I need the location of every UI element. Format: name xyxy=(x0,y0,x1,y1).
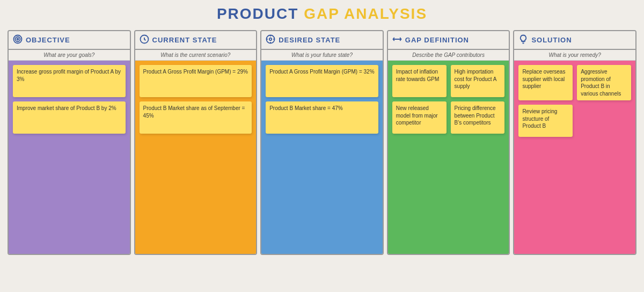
svg-point-1 xyxy=(16,37,20,42)
title-part3: ANALYSIS xyxy=(344,5,427,22)
col-header-text-desired: DESIRED STATE xyxy=(279,36,340,44)
col-header-desired: DESIRED STATE xyxy=(261,31,383,50)
col-subtitle-gap: Describe the GAP contributors xyxy=(388,50,509,61)
columns-wrapper: OBJECTIVEWhat are your goals?Increase gr… xyxy=(8,30,636,255)
col-header-objective: OBJECTIVE xyxy=(9,31,130,50)
col-header-solution: SOLUTION xyxy=(514,31,635,50)
col-header-icon-objective xyxy=(13,34,23,46)
sticky-note-desired-1: Product B Market share = 47% xyxy=(266,101,378,134)
col-header-text-current: CURRENT STATE xyxy=(152,36,217,44)
col-header-text-objective: OBJECTIVE xyxy=(26,36,70,44)
col-header-icon-current xyxy=(140,34,149,46)
sticky-note-current-1: Product B Market share as of September =… xyxy=(140,101,252,134)
col-body-desired: Product A Gross Profit Margin (GPM) = 32… xyxy=(261,61,383,254)
sticky-note-gap-0: Impact of inflation rate towards GPM xyxy=(392,65,447,97)
column-solution: SOLUTIONWhat is your remedy?Replace over… xyxy=(513,30,636,255)
column-current: CURRENT STATEWhat is the current scenari… xyxy=(134,30,258,255)
column-desired: DESIRED STATEWhat is your future state?P… xyxy=(260,30,384,255)
sticky-note-gap-1: High importation cost for Product A supp… xyxy=(451,65,505,97)
svg-point-2 xyxy=(17,39,19,40)
col-header-text-solution: SOLUTION xyxy=(531,36,572,44)
col-header-icon-solution xyxy=(518,34,528,46)
page-title: PRODUCT GAP ANALYSIS xyxy=(8,5,636,23)
col-body-current: Product A Gross Profit Margin (GPM) = 29… xyxy=(135,61,257,254)
col-subtitle-desired: What is your future state? xyxy=(261,50,383,61)
col-body-objective: Increase gross profit margin of Product … xyxy=(9,61,130,254)
col-subtitle-solution: What is your remedy? xyxy=(514,50,635,61)
col-body-solution: Replace overseas supplier with local sup… xyxy=(514,61,635,254)
col-body-gap: Impact of inflation rate towards GPMHigh… xyxy=(388,61,509,254)
svg-point-5 xyxy=(269,38,272,41)
col-header-current: CURRENT STATE xyxy=(135,31,257,50)
title-part1: PRODUCT xyxy=(217,5,304,22)
column-gap: GAP DEFINITIONDescribe the GAP contribut… xyxy=(387,30,510,255)
sticky-note-solution-3: Review pricing structure of Product B xyxy=(518,105,573,137)
title-part2: GAP xyxy=(304,5,344,22)
sticky-note-solution-0: Replace overseas supplier with local sup… xyxy=(518,65,573,100)
page: PRODUCT GAP ANALYSIS OBJECTIVEWhat are y… xyxy=(0,0,644,292)
col-subtitle-current: What is the current scenario? xyxy=(135,50,257,61)
sticky-note-gap-2: New released model from major competitor xyxy=(392,101,447,134)
sticky-note-solution-2: Aggressive promotion of Product B in var… xyxy=(577,65,631,100)
col-header-icon-desired xyxy=(266,34,275,46)
col-header-icon-gap xyxy=(392,34,402,46)
col-header-gap: GAP DEFINITION xyxy=(388,31,509,50)
sticky-note-desired-0: Product A Gross Profit Margin (GPM) = 32… xyxy=(266,65,378,97)
sticky-note-objective-1: Improve market share of Product B by 2% xyxy=(13,101,126,134)
col-subtitle-objective: What are your goals? xyxy=(9,50,130,61)
col-header-text-gap: GAP DEFINITION xyxy=(405,36,469,44)
sticky-note-current-0: Product A Gross Profit Margin (GPM) = 29… xyxy=(140,65,252,97)
sticky-note-gap-3: Pricing difference between Product B's c… xyxy=(451,101,505,134)
sticky-note-objective-0: Increase gross profit margin of Product … xyxy=(13,65,126,97)
column-objective: OBJECTIVEWhat are your goals?Increase gr… xyxy=(8,30,131,255)
